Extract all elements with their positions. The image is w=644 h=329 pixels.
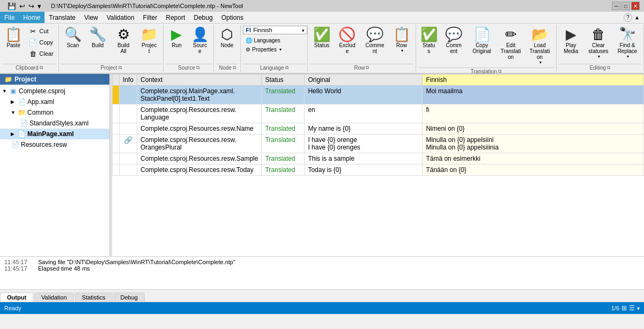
quickaccess-toolbar[interactable]: 💾 ↩ ↪ ▾ [4,1,45,11]
menu-file[interactable]: File [0,12,19,23]
menu-filter[interactable]: Filter [139,12,162,23]
node-expand[interactable]: ⧉ [233,65,236,71]
tree-complete-csproj[interactable]: ▼ ▣ Complete.csproj [0,86,109,96]
tab-output[interactable]: Output [0,293,33,302]
language-content: FI Finnish 🌐 Languages ⚙ Properties ▾ [243,26,305,63]
finnish-cell[interactable]: Nimeni on {0} [423,123,644,134]
qa-save-btn[interactable]: 💾 [6,2,17,11]
tab-debug[interactable]: Debug [114,293,145,302]
table-row[interactable]: Complete.csproj.Resources.resw.Sample Tr… [113,153,644,164]
tree-common[interactable]: ▼ 📁 Common [0,107,109,118]
window-controls[interactable]: ─ □ ✕ [612,2,640,10]
project-panel: 📁 Project ▼ ▣ Complete.csproj ▶ 📄 App.xa… [0,74,110,256]
menu-view[interactable]: View [80,12,102,23]
project-expand[interactable]: ⧉ [119,65,122,71]
clear-button[interactable]: 🗑 Clear [26,48,56,59]
table-row[interactable]: Complete.csproj.Resources.resw.Today Tra… [113,164,644,176]
table-row[interactable]: 🔗 Complete.csproj.Resources.resw.Oranges… [113,134,644,153]
clipboard-expand[interactable]: ⧉ [40,65,43,71]
finnish-cell[interactable]: fi [423,104,644,123]
build-all-button[interactable]: ⚙ Build All [110,26,136,56]
finnish-cell[interactable]: Tämä on esimerkki [423,153,644,164]
row-status-button[interactable]: ✅ Status [310,26,334,50]
menu-validation[interactable]: Validation [102,12,139,23]
language-dropdown[interactable]: FI Finnish [243,26,307,34]
finnish-cell[interactable]: Moi maailma [423,86,644,104]
source-expand[interactable]: ⧉ [196,65,199,71]
menu-translate[interactable]: Translate [45,12,80,23]
row-button[interactable]: 📋 Row ▾ [390,26,413,55]
th-finnish[interactable]: Finnish [423,74,644,86]
translation-comment-button[interactable]: 💬 Comment [441,26,467,56]
table-row[interactable]: Complete.csproj.Resources.resw.Language … [113,104,644,123]
resources-icon: 📄 [11,140,19,149]
source-button[interactable]: 👤 Source [188,26,211,56]
menu-debug[interactable]: Debug [189,12,217,23]
common-icon: 📁 [17,108,26,117]
qa-undo-btn[interactable]: ↩ [18,2,26,11]
minimize-btn[interactable]: ─ [612,2,620,10]
edit-translation-button[interactable]: ✏ Edit Translation [497,26,525,62]
ribbon-content: 📋 Paste ✂ Cut 📄 Copy 🗑 Clear [0,24,644,73]
clear-statuses-button[interactable]: 🗑 Clear statuses ▾ [584,26,612,61]
node-button[interactable]: ⬡ Node [216,26,238,50]
app-icon: 📄 [17,98,26,106]
languages-button[interactable]: 🌐 Languages [243,36,283,44]
play-media-button[interactable]: ▶ Play Media [559,26,583,56]
context-cell: Complete.csproj.Resources.resw.Name [137,123,262,134]
copy-original-button[interactable]: 📄 Copy Original [468,26,496,56]
project-button[interactable]: 📁 Project [137,26,161,56]
tree-app-xaml[interactable]: ▶ 📄 App.xaml [0,96,109,107]
menu-home[interactable]: Home [19,12,45,23]
list-view-btn[interactable]: ☰ [629,304,635,312]
translation-table: Info Context Status Original Finnish Com… [112,74,644,256]
paste-button[interactable]: 📋 Paste [2,26,25,50]
tree-resources[interactable]: 📄 Resources.resw [0,139,109,150]
copy-button[interactable]: 📄 Copy [26,37,56,48]
qa-dropdown-btn[interactable]: ▾ [36,2,42,11]
close-btn[interactable]: ✕ [631,2,640,10]
tab-validation[interactable]: Validation [34,293,74,302]
expand-app[interactable]: ▶ [11,99,16,104]
tab-statistics[interactable]: Statistics [75,293,113,302]
finnish-cell[interactable]: Tänään on {0} [423,164,644,176]
tree-mainpage[interactable]: ▶ 📄 MainPage.xaml [0,129,109,139]
status-cell: Translated [262,86,305,104]
find-replace-button[interactable]: 🔭 Find & Replace ▾ [613,26,641,61]
build-button[interactable]: 🔧 Build [86,26,109,50]
tree-standardstyles[interactable]: 📄 StandardStyles.xaml [0,118,109,129]
load-translation-button[interactable]: 📂 Load Translation ▾ [526,26,554,66]
editing-group: ▶ Play Media 🗑 Clear statuses ▾ 🔭 Find &… [557,25,644,72]
cut-button[interactable]: ✂ Cut [26,26,56,36]
row-expand[interactable]: ⧉ [366,65,369,71]
exclude-button[interactable]: 🚫 Exclude [335,26,360,56]
th-info[interactable]: Info [120,74,137,86]
menu-options[interactable]: Options [217,12,248,23]
language-expand[interactable]: ⧉ [285,65,288,71]
minimize-ribbon-btn[interactable]: ▲ [634,14,640,20]
help-btn[interactable]: ? [624,13,632,22]
titlebar: 💾 ↩ ↪ ▾ D:\NT\Deploy\Samples\WinRT\Tutor… [0,0,644,12]
finnish-cell[interactable]: Minulla on {0} appelsiiniMinulla on {0} … [423,134,644,153]
scan-button[interactable]: 🔍 Scan [61,26,85,50]
status-cell: Translated [262,153,305,164]
editing-expand[interactable]: ⧉ [607,65,610,71]
menu-report[interactable]: Report [161,12,189,23]
qa-redo-btn[interactable]: ↪ [27,2,35,11]
maximize-btn[interactable]: □ [621,2,630,10]
grid-view-btn[interactable]: ⊞ [621,304,627,312]
run-button[interactable]: ▶ Run [166,26,187,50]
th-original[interactable]: Original [305,74,423,86]
view-options-btn[interactable]: ▾ [637,305,640,311]
th-status[interactable]: Status [262,74,305,86]
table-row[interactable]: Complete.csproj.MainPage.xaml.StackPanel… [113,86,644,104]
expand-complete[interactable]: ▼ [2,88,8,94]
properties-button[interactable]: ⚙ Properties ▾ [243,46,284,54]
expand-mainpage[interactable]: ▶ [11,131,16,137]
table-row[interactable]: Complete.csproj.Resources.resw.Name Tran… [113,123,644,134]
expand-common[interactable]: ▼ [11,110,16,115]
th-context[interactable]: Context [137,74,262,86]
translation-status-button[interactable]: ✅ Status [418,26,440,56]
csproj-icon: ▣ [9,87,17,95]
row-comment-button[interactable]: 💬 Comment [361,26,389,56]
